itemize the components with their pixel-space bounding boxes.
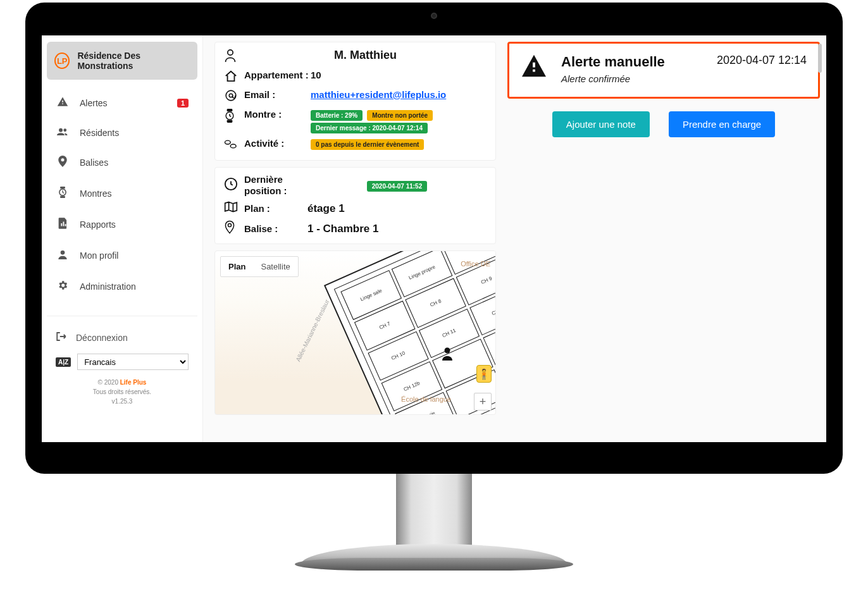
- left-column: M. Matthieu Appartement : 10 Email : mat…: [214, 42, 496, 442]
- language-select[interactable]: Francais: [77, 354, 189, 370]
- sidebar-item-profil[interactable]: Mon profil: [47, 240, 197, 271]
- resident-name: M. Matthieu: [244, 49, 487, 65]
- main-content: M. Matthieu Appartement : 10 Email : mat…: [203, 35, 826, 442]
- svg-point-1: [63, 128, 66, 132]
- camera-icon: [431, 13, 437, 19]
- translate-icon: A|Z: [56, 357, 71, 367]
- alert-card: Alerte manuelle Alerte confirmée 2020-04…: [507, 42, 820, 99]
- warning-triangle-icon: [521, 54, 552, 82]
- map-type-tabs: Plan Satellite: [220, 256, 299, 277]
- svg-point-0: [59, 128, 63, 132]
- clock-icon: [224, 177, 244, 194]
- sidebar-item-label: Résidents: [80, 128, 119, 138]
- apartment-value: 10: [311, 70, 487, 80]
- sidebar-item-label: Mon profil: [80, 250, 118, 261]
- activity-label: Activité :: [244, 138, 311, 149]
- brand-name: Life Plus: [120, 379, 147, 386]
- svg-point-16: [445, 348, 450, 354]
- svg-point-6: [228, 50, 233, 55]
- svg-point-13: [230, 144, 236, 148]
- watch-pills: Batterie : 29% Montre non portée Dernier…: [311, 109, 487, 134]
- person-icon: [224, 49, 244, 66]
- sidebar-item-label: Administration: [80, 281, 136, 292]
- alert-actions: Ajouter une note Prendre en charge: [507, 111, 820, 137]
- floorplan-overlay: Linge saleLinge propre CH 7CH 8CH 9 CH 1…: [324, 250, 496, 415]
- map-tab-satellite[interactable]: Satellite: [253, 257, 297, 276]
- add-note-button[interactable]: Ajouter une note: [552, 111, 650, 137]
- email-value[interactable]: matthieu+resident@lifeplus.io: [311, 89, 487, 100]
- email-icon: [224, 89, 244, 105]
- svg-point-15: [228, 224, 231, 227]
- activity-pill-wrap: 0 pas depuis le dernier évènement: [311, 138, 487, 151]
- streetview-pegman[interactable]: 🧍: [476, 365, 492, 383]
- svg-point-7: [226, 90, 236, 101]
- apartment-label: Appartement :: [244, 70, 311, 81]
- sidebar-item-montres[interactable]: Montres: [47, 178, 197, 209]
- svg-point-5: [61, 250, 65, 255]
- sidebar-nav: Alertes 1 Résidents Balises: [47, 87, 197, 302]
- map-icon: [224, 201, 244, 216]
- alert-icon: [56, 96, 70, 109]
- battery-pill: Batterie : 29%: [311, 110, 363, 121]
- plan-label: Plan :: [244, 203, 307, 214]
- alert-count-badge: 1: [177, 99, 189, 108]
- profile-icon: [56, 249, 70, 262]
- logout-icon: [56, 331, 67, 343]
- scrollbar-thumb[interactable]: [818, 44, 822, 73]
- report-icon: [56, 218, 70, 231]
- sidebar-item-label: Rapports: [80, 219, 116, 230]
- watch-icon: [56, 187, 70, 200]
- sidebar-item-label: Balises: [80, 157, 108, 168]
- last-position-pill: 2020-04-07 11:52: [367, 181, 428, 192]
- right-column: Alerte manuelle Alerte confirmée 2020-04…: [507, 42, 824, 442]
- monitor-frame: LP Résidence Des Monstrations Alertes 1: [25, 3, 843, 474]
- beacon-icon: [224, 220, 244, 237]
- monitor-stand-base: [301, 544, 567, 564]
- logout-button[interactable]: Déconnexion: [47, 325, 197, 350]
- last-position-value: 2020-04-07 11:52: [307, 180, 487, 192]
- steps-icon: [224, 138, 244, 154]
- map-zoom-in[interactable]: +: [474, 393, 492, 411]
- people-icon: [56, 127, 70, 138]
- gear-icon: [56, 280, 70, 293]
- map-label-school: École de langue: [401, 395, 451, 403]
- app-screen: LP Résidence Des Monstrations Alertes 1: [42, 35, 826, 442]
- beacon-label: Balise :: [244, 223, 307, 235]
- svg-rect-2: [60, 187, 65, 188]
- take-charge-button[interactable]: Prendre en charge: [669, 111, 775, 137]
- activity-pill: 0 pas depuis le dernier évènement: [311, 139, 424, 150]
- monitor-stand-neck: [396, 472, 472, 555]
- language-row: A|Z Francais: [47, 350, 197, 374]
- svg-rect-10: [227, 120, 232, 122]
- alert-subtitle: Alerte confirmée: [561, 73, 708, 84]
- person-marker-icon: [440, 346, 455, 365]
- watch-label: Montre :: [244, 109, 311, 120]
- sidebar: LP Résidence Des Monstrations Alertes 1: [42, 35, 203, 442]
- sidebar-item-residents[interactable]: Résidents: [47, 118, 197, 147]
- last-message-pill: Dernier message : 2020-04-07 12:14: [311, 123, 428, 133]
- resident-card: M. Matthieu Appartement : 10 Email : mat…: [214, 42, 496, 161]
- map-label-street: Allée-Marianne-Breslaur: [294, 299, 330, 363]
- sidebar-item-administration[interactable]: Administration: [47, 271, 197, 302]
- sidebar-residence[interactable]: LP Résidence Des Monstrations: [47, 42, 197, 80]
- watch-status-pill: Montre non portée: [367, 110, 433, 121]
- plan-value: étage 1: [307, 202, 487, 215]
- email-label: Email :: [244, 89, 311, 101]
- pin-icon: [56, 156, 70, 169]
- copyright-text: © 2020: [98, 379, 120, 386]
- map-tab-plan[interactable]: Plan: [221, 257, 253, 276]
- watch-row-icon: [224, 109, 244, 126]
- svg-rect-3: [60, 196, 65, 198]
- alert-title: Alerte manuelle: [561, 54, 708, 70]
- svg-point-12: [225, 140, 230, 144]
- logo-icon: LP: [54, 52, 70, 69]
- beacon-value: 1 - Chambre 1: [307, 223, 487, 235]
- map-label-office: Office DE: [461, 260, 490, 268]
- map-card[interactable]: Plan Satellite Linge saleLinge propre CH…: [214, 250, 496, 415]
- home-icon: [224, 70, 244, 85]
- logout-label: Déconnexion: [76, 333, 128, 343]
- sidebar-item-alertes[interactable]: Alertes 1: [47, 87, 197, 118]
- svg-point-8: [229, 94, 233, 97]
- sidebar-item-rapports[interactable]: Rapports: [47, 209, 197, 240]
- sidebar-item-balises[interactable]: Balises: [47, 147, 197, 178]
